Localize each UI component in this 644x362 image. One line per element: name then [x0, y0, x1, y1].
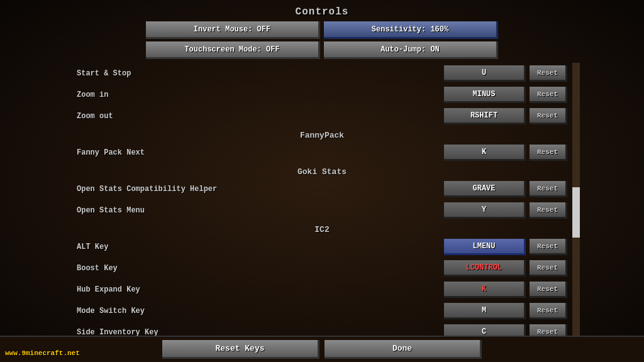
page-container: Controls Invert Mouse: OFF Sensitivity: …	[0, 0, 644, 362]
control-label: Open Stats Menu	[77, 206, 444, 215]
key-button[interactable]: RSHIFT	[444, 108, 526, 124]
control-label: Hub Expand Key	[77, 285, 444, 294]
touchscreen-button[interactable]: Touchscreen Mode: OFF	[146, 41, 320, 59]
key-button-mode[interactable]: M	[444, 303, 526, 319]
done-button[interactable]: Done	[325, 340, 482, 359]
control-label: ALT Key	[77, 243, 444, 251]
watermark: www.9minecraft.net	[5, 349, 80, 357]
section-header-goki: Goki Stats	[64, 163, 580, 178]
top-buttons-row1: Invert Mouse: OFF Sensitivity: 160%	[146, 21, 498, 39]
top-buttons-row2: Touchscreen Mode: OFF Auto-Jump: ON	[146, 41, 498, 59]
table-row: ALT Key LMENU Reset	[64, 236, 580, 258]
table-row: Zoom out RSHIFT Reset	[64, 106, 580, 127]
table-row: Mode Switch Key M Reset	[64, 300, 580, 322]
control-label: Zoom in	[77, 90, 444, 99]
scrollbar-thumb[interactable]	[572, 187, 580, 238]
reset-button[interactable]: Reset	[530, 108, 567, 124]
table-row: Open Stats Compatibility Helper GRAVE Re…	[64, 178, 580, 200]
reset-button[interactable]: Reset	[530, 181, 567, 197]
reset-keys-button[interactable]: Reset Keys	[162, 340, 319, 359]
scroll-container[interactable]: Start & Stop U Reset Zoom in MINUS Reset…	[64, 63, 580, 339]
control-label: Mode Switch Key	[77, 307, 444, 315]
reset-button[interactable]: Reset	[530, 202, 567, 219]
control-label: Zoom out	[77, 112, 444, 121]
key-button[interactable]: MINUS	[444, 87, 526, 103]
table-row: Hub Expand Key K Reset	[64, 279, 580, 300]
key-button-boost[interactable]: LCONTROL	[444, 260, 526, 277]
section-header-fannypack: FannyPack	[64, 127, 580, 142]
key-button[interactable]: K	[444, 145, 526, 161]
reset-button[interactable]: Reset	[530, 145, 567, 161]
table-row: Boost Key LCONTROL Reset	[64, 258, 580, 279]
reset-button[interactable]: Reset	[530, 239, 567, 255]
controls-area: Start & Stop U Reset Zoom in MINUS Reset…	[64, 63, 580, 339]
scrollbar[interactable]	[572, 63, 580, 339]
reset-button[interactable]: Reset	[530, 303, 567, 319]
invert-mouse-button[interactable]: Invert Mouse: OFF	[146, 21, 320, 39]
key-button[interactable]: GRAVE	[444, 181, 526, 197]
table-row: Start & Stop U Reset	[64, 63, 580, 84]
control-label: Start & Stop	[77, 69, 444, 78]
reset-button[interactable]: Reset	[530, 65, 567, 82]
section-header-ic2: IC2	[64, 221, 580, 236]
key-button-alt[interactable]: LMENU	[444, 239, 526, 255]
control-label: Open Stats Compatibility Helper	[77, 185, 444, 194]
reset-button[interactable]: Reset	[530, 87, 567, 103]
page-title: Controls	[296, 0, 349, 21]
table-row: Open Stats Menu Y Reset	[64, 200, 580, 221]
control-label: Fanny Pack Next	[77, 148, 444, 157]
table-row: Zoom in MINUS Reset	[64, 84, 580, 106]
control-label: Boost Key	[77, 264, 444, 273]
autojump-button[interactable]: Auto-Jump: ON	[324, 41, 498, 59]
key-button-hub[interactable]: K	[444, 282, 526, 298]
key-button[interactable]: Y	[444, 202, 526, 219]
reset-button[interactable]: Reset	[530, 260, 567, 277]
sensitivity-button[interactable]: Sensitivity: 160%	[324, 21, 498, 39]
key-button[interactable]: U	[444, 65, 526, 82]
bottom-buttons: Reset Keys Done	[0, 336, 644, 362]
table-row: Fanny Pack Next K Reset	[64, 142, 580, 163]
reset-button[interactable]: Reset	[530, 282, 567, 298]
